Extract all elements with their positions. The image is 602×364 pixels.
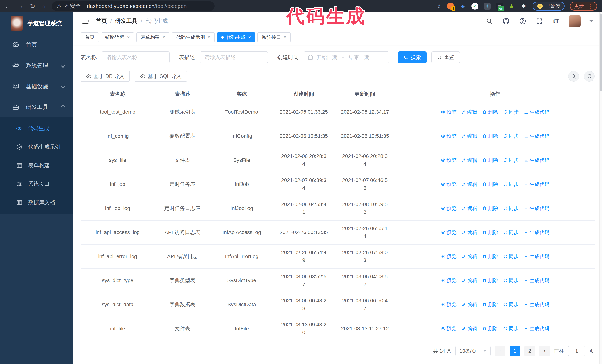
extension-check-icon[interactable]: ✓ [472,3,478,10]
tab-home[interactable]: 首页 [81,32,99,42]
extension-grid-icon[interactable]: ❖ [484,3,491,10]
sidebar-item-codegen-example[interactable]: 代码生成示例 [0,138,73,156]
close-icon[interactable]: × [284,34,286,40]
table-name-input[interactable] [101,52,170,63]
sidebar-collapse-icon[interactable] [81,17,89,25]
sync-link[interactable]: 同步 [503,325,519,333]
fullscreen-icon[interactable] [535,17,543,25]
edit-link[interactable]: 编辑 [462,252,477,260]
generate-code-link[interactable]: 生成代码 [524,252,549,260]
close-icon[interactable]: × [127,34,130,40]
next-page-button[interactable]: › [539,346,550,356]
sync-link[interactable]: 同步 [503,180,519,188]
delete-link[interactable]: 删除 [482,156,498,164]
sync-link[interactable]: 同步 [503,204,519,212]
sync-link[interactable]: 同步 [503,301,519,308]
delete-link[interactable]: 删除 [482,229,498,236]
paused-badge[interactable]: 已暂停 [533,2,565,10]
import-sql-button[interactable]: 基于 SQL 导入 [135,71,187,82]
edit-link[interactable]: 编辑 [462,156,477,164]
delete-link[interactable]: 删除 [482,252,498,260]
prev-page-button[interactable]: ‹ [495,346,505,356]
delete-link[interactable]: 删除 [482,301,498,308]
toggle-search-button[interactable] [568,71,579,82]
user-avatar[interactable] [569,15,580,27]
tab-tracing[interactable]: 链路追踪× [101,32,134,42]
sync-link[interactable]: 同步 [503,277,519,284]
date-range-input[interactable]: 开始日期 - 结束日期 [304,52,389,63]
page-2-button[interactable]: 2 [524,346,535,356]
tab-codegen[interactable]: 代码生成× [217,32,255,42]
preview-link[interactable]: 预览 [441,180,457,188]
generate-code-link[interactable]: 生成代码 [524,108,549,116]
page-size-select[interactable]: 10条/页 [455,346,491,356]
edit-link[interactable]: 编辑 [462,229,477,236]
sidebar-item-form-builder[interactable]: 表单构建 [0,156,73,175]
preview-link[interactable]: 预览 [441,204,457,212]
preview-link[interactable]: 预览 [441,108,457,116]
extensions-puzzle-icon[interactable]: ✱ [520,3,527,10]
edit-link[interactable]: 编辑 [462,204,477,212]
sync-link[interactable]: 同步 [503,252,519,260]
user-menu-caret-icon[interactable] [589,20,593,22]
home-icon[interactable]: ⌂ [42,3,46,10]
logo[interactable]: 芋道管理系统 [0,12,73,34]
delete-link[interactable]: 删除 [482,204,498,212]
edit-link[interactable]: 编辑 [462,180,477,188]
generate-code-link[interactable]: 生成代码 [524,301,549,308]
github-icon[interactable] [502,17,510,25]
sidebar-item-system-api[interactable]: 系统接口 [0,175,73,193]
extension-orange-icon[interactable]: 1 [447,3,454,10]
preview-link[interactable]: 预览 [441,132,457,140]
edit-link[interactable]: 编辑 [462,277,477,284]
preview-link[interactable]: 预览 [441,156,457,164]
scrollbar-thumb[interactable] [600,13,602,91]
preview-link[interactable]: 预览 [441,301,457,308]
reload-icon[interactable]: ↻ [30,2,35,10]
sync-link[interactable]: 同步 [503,156,519,164]
generate-code-link[interactable]: 生成代码 [524,180,549,188]
breadcrumb-home[interactable]: 首页 [96,17,107,25]
edit-link[interactable]: 编辑 [462,108,477,116]
delete-link[interactable]: 删除 [482,132,498,140]
help-icon[interactable] [519,17,527,25]
delete-link[interactable]: 删除 [482,277,498,284]
generate-code-link[interactable]: 生成代码 [524,204,549,212]
generate-code-link[interactable]: 生成代码 [524,132,549,140]
edit-link[interactable]: 编辑 [462,132,477,140]
close-icon[interactable]: × [207,34,210,40]
sync-link[interactable]: 同步 [503,132,519,140]
address-bar[interactable]: ⚠ 不安全 dashboard.yudao.iocoder.cn/tool/co… [52,1,215,11]
sidebar-item-devtools[interactable]: 研发工具 [0,97,73,117]
edit-link[interactable]: 编辑 [462,325,477,333]
tab-system-api[interactable]: 系统接口× [258,32,291,42]
scrollbar[interactable] [599,12,602,364]
sidebar-item-home[interactable]: 首页 [0,34,73,55]
preview-link[interactable]: 预览 [441,325,457,333]
edit-link[interactable]: 编辑 [462,301,477,308]
delete-link[interactable]: 删除 [482,108,498,116]
bookmark-star-icon[interactable]: ☆ [436,3,442,10]
preview-link[interactable]: 预览 [441,252,457,260]
search-button[interactable]: 搜索 [398,52,427,63]
page-1-button[interactable]: 1 [510,346,520,356]
tab-form-builder[interactable]: 表单构建× [136,32,170,42]
forward-icon[interactable]: → [17,3,24,10]
close-icon[interactable]: × [162,34,165,40]
close-icon[interactable]: × [248,34,251,40]
sidebar-item-db-doc[interactable]: 数据库文档 [0,193,73,212]
browser-menu-icon[interactable]: ⋮ [587,3,593,10]
preview-link[interactable]: 预览 [441,277,457,284]
extension-gem-icon[interactable]: ◆ [459,3,466,10]
font-size-icon[interactable]: tT [552,17,560,25]
reset-button[interactable]: 重置 [431,52,460,63]
goto-page-input[interactable] [568,346,585,356]
generate-code-link[interactable]: 生成代码 [524,229,549,236]
tab-codegen-example[interactable]: 代码生成示例× [172,32,215,42]
sync-link[interactable]: 同步 [503,229,519,236]
extension-robot-icon[interactable]: ♟ [508,3,515,10]
sidebar-item-system[interactable]: 系统管理 [0,55,73,76]
import-db-button[interactable]: 基于 DB 导入 [81,71,130,82]
preview-link[interactable]: 预览 [441,229,457,236]
delete-link[interactable]: 删除 [482,325,498,333]
